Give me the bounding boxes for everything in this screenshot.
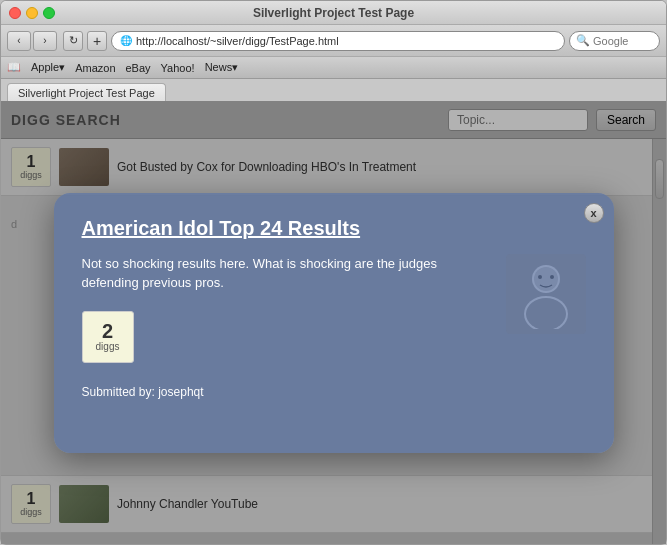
- bookmark-reader[interactable]: 📖: [7, 61, 21, 74]
- bookmark-label: News▾: [205, 61, 239, 74]
- window-title: Silverlight Project Test Page: [253, 6, 414, 20]
- bookmark-yahoo[interactable]: Yahoo!: [161, 62, 195, 74]
- popup-body: Not so shocking results here. What is sh…: [82, 254, 586, 399]
- browser-window: Silverlight Project Test Page ‹ › ↻ + 🌐 …: [0, 0, 667, 545]
- browser-search-input[interactable]: [593, 35, 653, 47]
- search-icon: 🔍: [576, 34, 590, 47]
- popup-image: [506, 254, 586, 334]
- tab-silverlight[interactable]: Silverlight Project Test Page: [7, 83, 166, 101]
- svg-point-3: [526, 298, 566, 329]
- minimize-window-button[interactable]: [26, 7, 38, 19]
- url-icon: 🌐: [120, 35, 132, 46]
- digg-app: DIGG SEARCH Search 1 diggs: [1, 101, 666, 544]
- popup-close-button[interactable]: x: [584, 203, 604, 223]
- bookmark-news[interactable]: News▾: [205, 61, 239, 74]
- popup-card: x American Idol Top 24 Results Not so sh…: [54, 193, 614, 453]
- popup-digg-label: diggs: [96, 341, 120, 352]
- add-tab-button[interactable]: +: [87, 31, 107, 51]
- bookmarks-bar: 📖 Apple▾ Amazon eBay Yahoo! News▾: [1, 57, 666, 79]
- title-bar: Silverlight Project Test Page: [1, 1, 666, 25]
- close-window-button[interactable]: [9, 7, 21, 19]
- svg-point-4: [538, 275, 542, 279]
- nav-buttons: ‹ ›: [7, 31, 57, 51]
- url-bar[interactable]: 🌐 http://localhost/~silver/digg/TestPage…: [111, 31, 565, 51]
- popup-digg-count: 2 diggs: [82, 311, 134, 363]
- bookmark-label: Apple▾: [31, 61, 65, 74]
- popup-description: Not so shocking results here. What is sh…: [82, 254, 490, 293]
- person-silhouette: [506, 254, 586, 334]
- reader-icon: 📖: [7, 61, 21, 74]
- tab-bar: Silverlight Project Test Page: [1, 79, 666, 101]
- bookmark-label: Yahoo!: [161, 62, 195, 74]
- browser-toolbar: ‹ › ↻ + 🌐 http://localhost/~silver/digg/…: [1, 25, 666, 57]
- popup-overlay: x American Idol Top 24 Results Not so sh…: [1, 101, 666, 544]
- tab-label: Silverlight Project Test Page: [18, 87, 155, 99]
- refresh-button[interactable]: ↻: [63, 31, 83, 51]
- traffic-lights: [9, 7, 55, 19]
- bookmark-label: eBay: [126, 62, 151, 74]
- bookmark-amazon[interactable]: Amazon: [75, 62, 115, 74]
- forward-button[interactable]: ›: [33, 31, 57, 51]
- svg-point-5: [550, 275, 554, 279]
- popup-title: American Idol Top 24 Results: [82, 217, 586, 240]
- popup-digg-number: 2: [102, 321, 113, 341]
- browser-search-bar[interactable]: 🔍: [569, 31, 660, 51]
- bookmark-ebay[interactable]: eBay: [126, 62, 151, 74]
- popup-submitted: Submitted by: josephqt: [82, 385, 490, 399]
- bookmark-label: Amazon: [75, 62, 115, 74]
- bookmark-apple[interactable]: Apple▾: [31, 61, 65, 74]
- maximize-window-button[interactable]: [43, 7, 55, 19]
- popup-left: Not so shocking results here. What is sh…: [82, 254, 490, 399]
- content-area: DIGG SEARCH Search 1 diggs: [1, 101, 666, 544]
- url-text: http://localhost/~silver/digg/TestPage.h…: [136, 35, 339, 47]
- back-button[interactable]: ‹: [7, 31, 31, 51]
